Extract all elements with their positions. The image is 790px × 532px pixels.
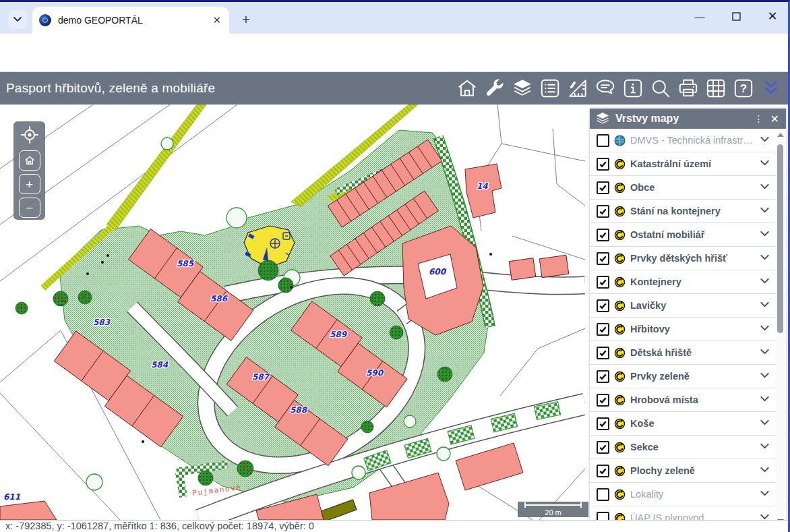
legend-icon[interactable] [539, 77, 561, 100]
tab-favicon [39, 14, 51, 26]
layer-checkbox[interactable] [597, 134, 609, 147]
search-icon[interactable] [649, 77, 672, 100]
layer-row[interactable]: Koše [590, 412, 786, 436]
map-home-button[interactable] [19, 150, 40, 171]
zoom-in-button[interactable]: + [19, 174, 40, 194]
layer-checkbox[interactable] [597, 417, 609, 430]
layer-checkbox[interactable] [597, 465, 609, 477]
layer-row[interactable]: DMVS - Technická infrastruktu... [590, 129, 786, 152]
status-text: x: -792385, y: -1061287, měřítko 1: 836,… [5, 521, 314, 531]
comments-icon[interactable] [594, 77, 617, 100]
panel-menu-icon[interactable]: ⋮ [749, 113, 769, 124]
layer-checkbox[interactable] [597, 229, 609, 241]
print-icon[interactable] [677, 77, 700, 100]
layer-checkbox[interactable] [597, 370, 609, 383]
panel-header: Vrstvy mapy ⋮ ✕ [590, 109, 786, 129]
layer-checkbox[interactable] [597, 181, 609, 194]
browser-tab[interactable]: demo GEOPORTÁL ✕ [32, 7, 229, 34]
layer-label: Plochy zeleně [630, 465, 756, 476]
layer-expand-icon[interactable] [758, 227, 771, 243]
layer-expand-icon[interactable] [758, 251, 771, 266]
tab-strip: demo GEOPORTÁL ✕ + — ✕ [0, 2, 788, 34]
layer-expand-icon[interactable] [758, 298, 771, 314]
collapse-icon[interactable] [760, 77, 783, 100]
layer-row[interactable]: Lavičky [590, 294, 786, 318]
layer-row[interactable]: Stání na kontejnery [590, 200, 786, 223]
layer-checkbox[interactable] [597, 252, 609, 265]
close-window-icon[interactable]: ✕ [764, 7, 781, 25]
layer-expand-icon[interactable] [758, 180, 771, 196]
layer-expand-icon[interactable] [758, 416, 771, 432]
layer-checkbox[interactable] [597, 441, 609, 454]
layer-row[interactable]: Plochy zeleně [590, 459, 786, 483]
layer-expand-icon[interactable] [758, 345, 771, 361]
layer-expand-icon[interactable] [758, 440, 771, 455]
layer-checkbox[interactable] [597, 512, 609, 521]
tab-close-icon[interactable]: ✕ [211, 14, 222, 26]
maximize-icon[interactable] [727, 7, 745, 25]
layer-row[interactable]: ÚAP IS plynovod [590, 506, 786, 520]
layer-checkbox[interactable] [597, 323, 609, 336]
app-title: Pasport hřbitovů, zeleně a mobiliáře [6, 81, 215, 96]
scroll-up-arrow[interactable] [777, 133, 784, 137]
layer-checkbox[interactable] [597, 299, 609, 312]
building-label: 589 [330, 330, 348, 339]
measure-icon[interactable] [566, 77, 589, 100]
map-controls: + − [13, 121, 45, 220]
layer-row[interactable]: Katastrální území [590, 152, 786, 176]
panel-scrollbar[interactable] [775, 129, 785, 520]
layer-checkbox[interactable] [597, 276, 609, 289]
scale-bar: 20 m [518, 502, 588, 517]
layer-row[interactable]: Sekce [590, 436, 786, 459]
panel-close-icon[interactable]: ✕ [769, 113, 786, 125]
layer-checkbox[interactable] [597, 158, 609, 171]
layer-row[interactable]: Hřbitovy [590, 318, 786, 341]
layer-row[interactable]: Prvky dětských hřišť [590, 247, 786, 270]
layer-checkbox[interactable] [597, 205, 609, 218]
help-icon[interactable]: ? [732, 77, 755, 100]
layer-label: Sekce [630, 442, 756, 452]
layer-expand-icon[interactable] [758, 487, 771, 502]
layer-expand-icon[interactable] [758, 369, 771, 384]
layer-row[interactable]: Kontejnery [590, 270, 786, 294]
map-canvas[interactable]: 585 586 583 584 587 588 589 590 600 14 6… [0, 105, 585, 520]
layer-row[interactable]: Lokality [590, 483, 786, 506]
layer-checkbox[interactable] [597, 347, 609, 359]
svg-text:?: ? [740, 82, 747, 95]
layer-expand-icon[interactable] [758, 322, 771, 337]
scroll-thumb[interactable] [777, 144, 783, 333]
layer-expand-icon[interactable] [758, 463, 771, 479]
layer-checkbox[interactable] [597, 394, 609, 407]
info-icon[interactable] [621, 77, 644, 100]
k5-layer-icon [614, 394, 626, 406]
new-tab-button[interactable]: + [237, 11, 255, 28]
layer-checkbox[interactable] [597, 488, 609, 501]
layer-expand-icon[interactable] [758, 392, 771, 408]
locate-icon[interactable] [20, 125, 39, 147]
layers-icon [595, 112, 610, 125]
minimize-icon[interactable]: — [691, 7, 708, 25]
layer-label: Katastrální území [630, 158, 756, 169]
layer-expand-icon[interactable] [758, 133, 771, 148]
tab-search-button[interactable] [8, 10, 27, 29]
layer-row[interactable]: Hrobová místa [590, 388, 786, 412]
layer-label: Hřbitovy [630, 324, 756, 334]
home-icon[interactable] [456, 77, 479, 100]
layers-panel: Vrstvy mapy ⋮ ✕ DMVS - Technická infrast… [590, 109, 786, 520]
table-icon[interactable] [704, 77, 727, 100]
browser-toolbar: ← → demo.k5mapserver.cz/core/Map?Form=Pa… [0, 34, 788, 72]
layer-row[interactable]: Dětská hřiště [590, 341, 786, 365]
layer-expand-icon[interactable] [758, 274, 771, 290]
scale-line [524, 504, 582, 508]
layers-icon[interactable] [511, 77, 534, 100]
layer-label: Prvky dětských hřišť [630, 253, 756, 264]
tools-icon[interactable] [483, 77, 506, 100]
layer-row[interactable]: Ostatní mobiliář [590, 223, 786, 247]
zoom-out-button[interactable]: − [19, 198, 40, 218]
layer-row[interactable]: Obce [590, 176, 786, 200]
layer-expand-icon[interactable] [758, 156, 771, 172]
layer-row[interactable]: Prvky zeleně [590, 365, 786, 388]
building-label: 586 [210, 294, 229, 303]
layer-expand-icon[interactable] [758, 510, 771, 521]
layer-expand-icon[interactable] [758, 204, 771, 219]
